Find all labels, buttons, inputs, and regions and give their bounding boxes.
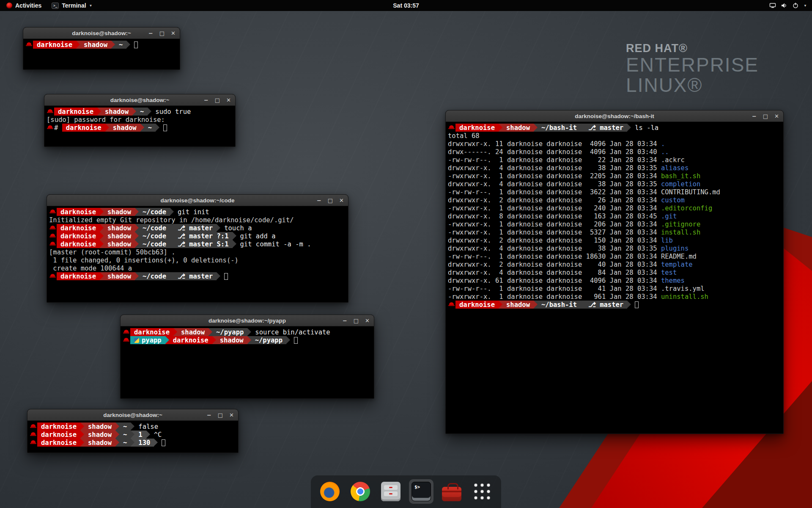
- terminal-window-sudo[interactable]: darknoise@shadow:~ − □ ✕ darknoiseshadow…: [44, 94, 236, 147]
- close-button[interactable]: ✕: [774, 113, 779, 119]
- maximize-button[interactable]: □: [159, 30, 165, 36]
- redhat-prompt-icon: [47, 124, 54, 132]
- titlebar[interactable]: darknoise@shadow:~/bash-it − □ ✕: [446, 110, 783, 122]
- terminal-content[interactable]: darknoiseshadow~/bash-it⎇ masterls -lato…: [446, 122, 783, 310]
- powerline-arrow-icon: [581, 124, 584, 132]
- output-line: -rw-rw-r--. 1 darknoise darknoise 41 Jan…: [448, 284, 781, 293]
- output-line: -rw-rw-r--. 1 darknoise darknoise 18630 …: [448, 252, 781, 260]
- terminal-content[interactable]: darknoiseshadow~sudo true[sudo] password…: [44, 106, 235, 133]
- segment-text: ~: [123, 431, 127, 439]
- prompt-segment-user: darknoise: [455, 124, 499, 132]
- segment-text: ~: [140, 108, 144, 116]
- clock[interactable]: Sat 03:57: [393, 2, 419, 9]
- dock-item-toolbox[interactable]: [439, 479, 464, 504]
- dock-item-terminal[interactable]: $>: [409, 479, 433, 504]
- maximize-button[interactable]: □: [215, 97, 220, 103]
- maximize-button[interactable]: □: [328, 198, 333, 203]
- titlebar[interactable]: darknoise@shadow:~ − □ ✕: [44, 94, 235, 106]
- app-menu[interactable]: >_ Terminal ▼: [48, 0, 96, 11]
- segment-text: shadow: [107, 208, 131, 216]
- redhat-prompt-icon: [49, 224, 57, 232]
- powerline-arrow-shape: [100, 240, 104, 248]
- powerline-arrow-shape: [581, 124, 584, 131]
- redhat-prompt-icon: [30, 439, 37, 447]
- terminal-window-bashit[interactable]: darknoise@shadow:~/bash-it − □ ✕ darknoi…: [445, 110, 784, 434]
- file-name: themes: [661, 277, 685, 284]
- command-text: git add a: [236, 232, 276, 240]
- prompt-segment-user: darknoise: [37, 431, 80, 439]
- minimize-button[interactable]: −: [317, 198, 321, 203]
- close-button[interactable]: ✕: [171, 30, 176, 36]
- maximize-button[interactable]: □: [763, 113, 768, 119]
- terminal-content[interactable]: darknoiseshadow~: [23, 39, 180, 50]
- segment-text: ~/code: [143, 232, 166, 240]
- redhat-prompt-icon: [30, 422, 37, 431]
- terminal-window-home-1[interactable]: darknoise@shadow:~ − □ ✕ darknoiseshadow…: [23, 27, 180, 70]
- powerline-arrow-icon: [135, 272, 139, 280]
- powerline-arrow-shape: [534, 124, 538, 131]
- volume-icon: [781, 2, 787, 9]
- terminal-content[interactable]: darknoiseshadow~/codegit initInitialized…: [47, 206, 348, 282]
- dock-item-firefox[interactable]: [318, 479, 342, 504]
- file-name: .gitignore: [661, 221, 700, 228]
- redhat-prompt-icon: [448, 301, 455, 309]
- chrome-icon: [351, 482, 370, 501]
- powerline-arrow-shape: [80, 422, 84, 430]
- segment-text: 130: [138, 439, 150, 447]
- prompt-segment-user: darknoise: [57, 232, 100, 240]
- segment-text: shadow: [107, 273, 131, 280]
- output-line: drwxrwxr-x. 2 darknoise darknoise 26 Jan…: [448, 196, 781, 204]
- prompt-segment-path: ~/code: [139, 208, 170, 216]
- system-tray[interactable]: ▼: [766, 0, 810, 11]
- terminal-content[interactable]: darknoiseshadow~falsedarknoiseshadow~1^C…: [27, 421, 238, 448]
- terminal-content[interactable]: darknoiseshadow~/pyappsource bin/activat…: [121, 326, 374, 346]
- segment-text: darknoise: [459, 124, 495, 132]
- file-name: custom: [661, 196, 685, 204]
- minimize-button[interactable]: −: [343, 318, 347, 323]
- powerline-arrow-shape: [208, 328, 212, 336]
- powerline-arrow-shape: [627, 124, 631, 131]
- prompt-segment-path: ~/code: [139, 224, 170, 232]
- dock-item-show-apps[interactable]: [470, 479, 494, 504]
- powerline-arrow-icon: [233, 232, 236, 240]
- powerline-arrow-icon: [217, 224, 220, 232]
- titlebar[interactable]: darknoise@shadow:~/pyapp − □ ✕: [121, 315, 374, 326]
- dock-item-files[interactable]: [379, 479, 403, 504]
- powerline-arrow-icon: [154, 439, 158, 447]
- minimize-button[interactable]: −: [207, 412, 211, 418]
- command-text: false: [134, 423, 158, 431]
- terminal-window-exitcodes[interactable]: darknoise@shadow:~ − □ ✕ darknoiseshadow…: [27, 409, 239, 453]
- terminal-window-code[interactable]: darknoise@shadow:~/code − □ ✕ darknoises…: [47, 194, 348, 303]
- powerline-arrow-shape: [135, 232, 139, 240]
- activities-button[interactable]: Activities: [3, 0, 45, 11]
- close-button[interactable]: ✕: [339, 198, 344, 203]
- powerline-arrow-shape: [131, 431, 134, 438]
- terminal-cursor: [635, 301, 639, 308]
- close-button[interactable]: ✕: [229, 412, 234, 418]
- titlebar[interactable]: darknoise@shadow:~ − □ ✕: [27, 409, 238, 421]
- titlebar[interactable]: darknoise@shadow:~ − □ ✕: [23, 28, 180, 39]
- minimize-button[interactable]: −: [204, 97, 208, 103]
- titlebar[interactable]: darknoise@shadow:~/code − □ ✕: [47, 195, 348, 206]
- powerline-arrow-icon: [135, 232, 139, 240]
- minimize-button[interactable]: −: [148, 30, 153, 36]
- dock-item-chrome[interactable]: [348, 479, 373, 504]
- output-line: drwxrwxr-x. 4 darknoise darknoise 38 Jan…: [448, 244, 781, 252]
- prompt-segment-path: ~: [115, 41, 126, 49]
- prompt-segment-host: shadow: [101, 108, 132, 116]
- terminal-window-pyapp[interactable]: darknoise@shadow:~/pyapp − □ ✕ darknoise…: [120, 315, 374, 399]
- minimize-button[interactable]: −: [752, 113, 757, 119]
- prompt-segment-host: shadow: [502, 124, 534, 132]
- powerline-arrow-icon: [170, 208, 174, 216]
- powerline-arrow-shape: [132, 108, 136, 115]
- close-button[interactable]: ✕: [226, 97, 231, 103]
- powerline-arrow-icon: [170, 224, 174, 232]
- close-button[interactable]: ✕: [365, 318, 370, 323]
- maximize-button[interactable]: □: [354, 318, 359, 323]
- output-line: drwxrwxr-x. 4 darknoise darknoise 38 Jan…: [448, 164, 781, 172]
- file-name: CONTRIBUTING.md: [661, 188, 720, 196]
- powerline-arrow-icon: [131, 431, 134, 439]
- powerline-arrow-icon: [100, 240, 104, 248]
- maximize-button[interactable]: □: [218, 412, 223, 418]
- terminal-cursor: [224, 273, 228, 280]
